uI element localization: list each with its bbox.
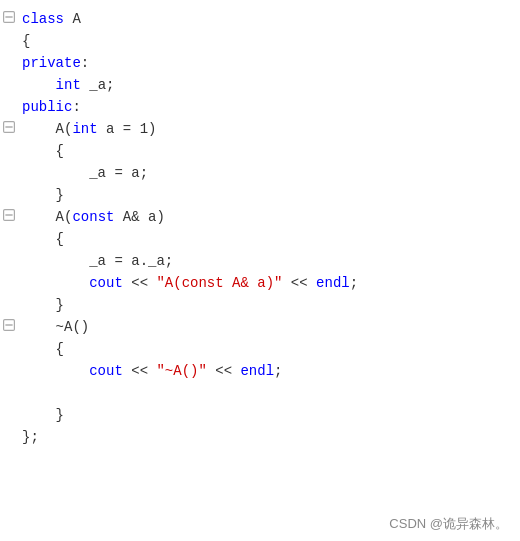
collapse-icon[interactable] [2,208,16,222]
code-line: ~A() [0,316,520,338]
token: ; [274,363,282,379]
code-line: { [0,30,520,52]
token: endl [240,363,274,379]
token: : [72,99,80,115]
code-line: public: [0,96,520,118]
token: const [72,209,114,225]
code-line: private: [0,52,520,74]
token: int [72,121,97,137]
collapse-icon[interactable] [2,318,16,332]
code-line: A(const A& a) [0,206,520,228]
token: ; [30,429,38,445]
collapse-icon[interactable] [2,10,16,24]
line-content: { [18,30,520,52]
token: ; [350,275,358,291]
line-content: } [18,404,520,426]
line-content: { [18,228,520,250]
token: A& a) [114,209,164,225]
line-content: class A [18,8,520,30]
token: << [207,363,241,379]
line-content: int _a; [18,74,520,96]
token: ~A() [56,319,90,335]
token: { [56,143,64,159]
collapse-icon[interactable] [2,120,16,134]
token: { [56,231,64,247]
token: << [123,363,157,379]
token: A [64,11,81,27]
code-line: A(int a = 1) [0,118,520,140]
token: a = 1) [98,121,157,137]
token: _a = a; [89,165,148,181]
line-gutter [0,208,18,222]
token: "A(const A& a)" [156,275,282,291]
token: class [22,11,64,27]
token: A( [56,209,73,225]
code-line: { [0,228,520,250]
line-content [18,382,520,404]
token: { [56,341,64,357]
code-line: { [0,140,520,162]
code-line: int _a; [0,74,520,96]
code-line: }; [0,426,520,448]
line-content: A(const A& a) [18,206,520,228]
line-content: { [18,338,520,360]
token: } [56,297,64,313]
token: { [22,33,30,49]
line-content: } [18,294,520,316]
token: endl [316,275,350,291]
code-line: cout << "A(const A& a)" << endl; [0,272,520,294]
line-content: public: [18,96,520,118]
line-content: A(int a = 1) [18,118,520,140]
code-line: _a = a._a; [0,250,520,272]
token: } [56,187,64,203]
code-container: class A{private: int _a;public: A(int a … [0,0,520,541]
code-line: _a = a; [0,162,520,184]
token: } [56,407,64,423]
token: A( [56,121,73,137]
line-content: _a = a; [18,162,520,184]
code-area: class A{private: int _a;public: A(int a … [0,0,520,541]
line-content: private: [18,52,520,74]
line-content: ~A() [18,316,520,338]
token: cout [89,363,123,379]
token: cout [89,275,123,291]
line-content: } [18,184,520,206]
token: << [123,275,157,291]
line-gutter [0,120,18,134]
line-gutter [0,318,18,332]
code-line: class A [0,8,520,30]
token: : [81,55,89,71]
token: << [282,275,316,291]
code-line: cout << "~A()" << endl; [0,360,520,382]
code-line: } [0,404,520,426]
token: _a = a._a; [89,253,173,269]
code-line: } [0,294,520,316]
line-content: }; [18,426,520,448]
watermark: CSDN @诡异森林。 [389,515,508,533]
token: public [22,99,72,115]
token: _a; [81,77,115,93]
code-line [0,382,520,404]
code-line: { [0,338,520,360]
line-content: { [18,140,520,162]
line-content: cout << "A(const A& a)" << endl; [18,272,520,294]
token: int [56,77,81,93]
token: "~A()" [156,363,206,379]
line-content: _a = a._a; [18,250,520,272]
line-content: cout << "~A()" << endl; [18,360,520,382]
token: private [22,55,81,71]
line-gutter [0,10,18,24]
code-line: } [0,184,520,206]
